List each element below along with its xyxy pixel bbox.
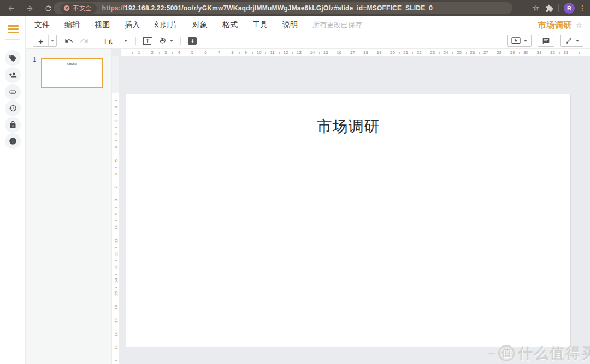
thumbnail-title: 市场调研 xyxy=(42,62,102,65)
ruler-number: 1 xyxy=(113,106,119,108)
url-scheme: https:// xyxy=(102,4,125,12)
ruler-number: 5 xyxy=(113,159,119,162)
menu-item-help[interactable]: 说明 xyxy=(282,20,298,30)
browser-back-button[interactable] xyxy=(3,2,19,14)
ruler-number: 16 xyxy=(113,305,119,309)
undo-icon xyxy=(64,37,73,45)
ruler-number: 13 xyxy=(296,50,303,56)
editor-toolbar: + Fit T xyxy=(26,34,590,49)
menu-item-file[interactable]: 文件 xyxy=(34,20,50,30)
ruler-number: 14 xyxy=(113,278,119,283)
ruler-number: 15 xyxy=(113,291,119,296)
ruler-number: 7 xyxy=(113,186,119,188)
tag-icon xyxy=(9,54,17,62)
fullscreen-button[interactable] xyxy=(560,35,583,47)
ruler-number: 5 xyxy=(190,50,194,56)
ruler-number: 10 xyxy=(256,50,263,56)
ruler-number: 28 xyxy=(495,50,503,56)
save-status: 所有更改已保存 xyxy=(312,20,362,30)
ruler-number: 19 xyxy=(376,50,383,56)
ruler-number: 6 xyxy=(203,50,208,56)
ruler-number: 17 xyxy=(113,318,119,323)
browser-forward-button[interactable] xyxy=(22,2,37,14)
ruler-number: 31 xyxy=(536,50,543,56)
ruler-number: 11 xyxy=(113,238,119,242)
vertical-ruler: 12345678910111213141516171819 xyxy=(112,93,119,364)
ruler-number: 12 xyxy=(113,252,119,256)
redo-icon xyxy=(80,37,88,45)
vertical-ruler-spacer xyxy=(112,56,119,93)
menu-item-edit[interactable]: 编辑 xyxy=(64,20,80,30)
ruler-number: 20 xyxy=(389,50,396,56)
link-icon xyxy=(9,88,17,96)
watermark: 值 什么值得买 xyxy=(488,343,590,363)
menu-item-slide[interactable]: 幻灯片 xyxy=(155,20,178,30)
ruler-number: 22 xyxy=(416,50,423,56)
address-bar[interactable]: 不安全 https://192.168.2.22:5001/oo/r/yGKmw… xyxy=(54,2,512,14)
ruler-number: 12 xyxy=(282,50,290,56)
extensions-icon[interactable] xyxy=(545,4,553,13)
menu-item-insert[interactable]: 插入 xyxy=(125,20,140,30)
hamburger-menu-icon[interactable] xyxy=(8,25,19,33)
ruler-number: 26 xyxy=(469,50,476,56)
history-button[interactable] xyxy=(5,100,21,116)
insert-image-button[interactable]: + xyxy=(185,35,200,47)
insert-textbox-button[interactable]: T xyxy=(140,35,155,47)
link-button[interactable] xyxy=(5,84,21,100)
security-label: 不安全 xyxy=(73,4,92,13)
new-slide-button[interactable]: + xyxy=(33,35,49,46)
undo-button[interactable] xyxy=(61,35,76,47)
app-window: 不安全 https://192.168.2.22:5001/oo/r/yGKmw… xyxy=(0,0,590,364)
ruler-number: 11 xyxy=(269,50,275,56)
insert-image-icon: + xyxy=(188,37,197,45)
new-slide-split-button[interactable]: + xyxy=(33,35,57,47)
lock-button[interactable] xyxy=(5,117,21,133)
menu-item-format[interactable]: 格式 xyxy=(222,20,238,30)
share-button[interactable] xyxy=(5,67,21,83)
menu-item-object[interactable]: 对象 xyxy=(192,20,208,30)
ruler-number: 27 xyxy=(482,50,489,56)
expand-icon xyxy=(565,37,573,45)
redo-button[interactable] xyxy=(76,35,92,47)
not-secure-icon xyxy=(63,5,70,11)
ruler-number: 32 xyxy=(549,50,556,56)
favorite-star-icon[interactable]: ☆ xyxy=(575,21,582,29)
tag-button[interactable] xyxy=(5,50,21,66)
browser-toolbar: 不安全 https://192.168.2.22:5001/oo/r/yGKmw… xyxy=(0,0,590,16)
ruler-number: 15 xyxy=(322,50,329,56)
profile-avatar[interactable]: R xyxy=(564,3,575,14)
zoom-select[interactable]: Fit xyxy=(100,35,132,47)
ruler-ticks xyxy=(126,52,590,54)
ruler-number: 21 xyxy=(402,50,409,56)
ruler-number: 2 xyxy=(150,50,155,56)
security-chip[interactable]: 不安全 xyxy=(60,3,97,14)
history-icon xyxy=(9,104,17,112)
comments-button[interactable] xyxy=(538,35,554,47)
ruler-number: 33 xyxy=(562,50,569,56)
person-add-icon xyxy=(9,71,17,79)
url-text[interactable]: https://192.168.2.22:5001/oo/r/yGKmw7WKa… xyxy=(102,4,433,12)
ruler-number: 8 xyxy=(113,199,119,201)
menu-item-view[interactable]: 视图 xyxy=(95,20,110,30)
lock-icon xyxy=(9,121,17,129)
menu-item-tools[interactable]: 工具 xyxy=(252,20,268,30)
ruler-number: 29 xyxy=(509,50,516,56)
horizontal-ruler: 1234567891011121314151617181920212223242… xyxy=(121,49,590,56)
url-path: 192.168.2.22:5001/oo/r/yGKmw7WKaqdrjIMMu… xyxy=(125,4,433,12)
new-slide-dropdown[interactable] xyxy=(49,35,56,46)
present-button[interactable] xyxy=(507,35,532,47)
slide-canvas[interactable]: 市场调研 xyxy=(126,94,571,347)
browser-menu-icon[interactable]: ⋮ xyxy=(578,4,587,13)
ruler-number: 3 xyxy=(113,133,119,135)
ruler-number: 16 xyxy=(335,50,343,56)
menu-bar: 文件 编辑 视图 插入 幻灯片 对象 格式 工具 说明 所有更改已保存 市场调研… xyxy=(26,16,590,34)
shape-tool-button[interactable] xyxy=(155,35,176,47)
slide-thumbnail[interactable]: 市场调研 xyxy=(41,58,103,88)
ruler-number: 13 xyxy=(113,265,119,270)
slide-title[interactable]: 市场调研 xyxy=(126,116,570,137)
slide-thumbnails-panel: 1 市场调研 xyxy=(26,49,111,364)
textbox-icon: T xyxy=(143,37,151,45)
bookmark-star-icon[interactable]: ☆ xyxy=(530,3,542,13)
info-button[interactable] xyxy=(5,133,21,149)
ruler-number: 10 xyxy=(113,225,119,230)
